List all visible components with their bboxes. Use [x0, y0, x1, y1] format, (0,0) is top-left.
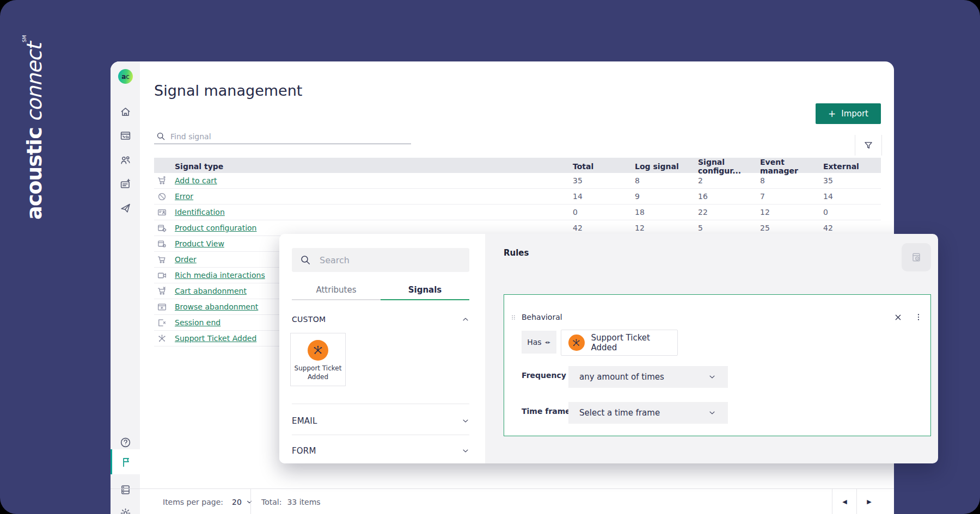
media-icon — [157, 271, 167, 280]
items-per-page-label: Items per page: — [163, 498, 223, 506]
time-frame-select[interactable]: Select a time frame — [568, 402, 728, 424]
app-avatar[interactable]: ac — [118, 69, 133, 84]
frequency-select[interactable]: any amount of times — [568, 366, 728, 388]
section-form-label: FORM — [292, 446, 316, 456]
cell-value: 8 — [760, 176, 823, 185]
overflow-menu-icon[interactable] — [914, 313, 923, 321]
rail-item-audiences[interactable] — [111, 148, 140, 172]
cell-value: 35 — [823, 176, 881, 185]
items-per-page-value: 20 — [232, 498, 242, 506]
home-icon — [120, 106, 131, 117]
import-button[interactable]: + Import — [816, 103, 881, 124]
section-email[interactable]: EMAIL — [292, 413, 469, 429]
signal-tile-label: Support Ticket Added — [293, 364, 343, 381]
help-icon — [120, 437, 131, 448]
cell-value: 14 — [823, 192, 881, 201]
cart-plus-icon — [157, 176, 167, 185]
signal-link[interactable]: Product configuration — [175, 224, 573, 232]
section-custom-label: CUSTOM — [292, 315, 326, 324]
rule-history-button[interactable] — [902, 243, 931, 271]
signal-chip-label: Support Ticket Added — [591, 333, 677, 352]
rail-item-home[interactable] — [111, 100, 140, 123]
browse-x-icon — [157, 302, 167, 312]
cart-x-icon — [157, 287, 167, 296]
filter-funnel-icon — [863, 140, 873, 150]
footer-divider — [250, 489, 251, 514]
page-title: Signal management — [154, 82, 302, 99]
send-icon — [120, 202, 131, 214]
cell-value: 16 — [698, 192, 760, 201]
cell-value: 7 — [760, 192, 823, 201]
rules-title: Rules — [504, 248, 529, 258]
id-card-icon — [157, 208, 167, 217]
rail-item-campaigns[interactable] — [111, 123, 140, 147]
search-icon — [300, 255, 311, 265]
signal-picker-panel: Attributes Signals CUSTOM Support Ticket… — [279, 234, 485, 463]
close-icon[interactable] — [894, 313, 902, 321]
total-label: Total: — [261, 498, 281, 506]
rail-item-signals-flag[interactable] — [111, 449, 140, 474]
cell-value: 2 — [698, 176, 760, 185]
cell-value: 5 — [698, 224, 760, 232]
chevron-down-icon — [462, 447, 469, 455]
swap-icon: ◂▸ — [545, 339, 551, 345]
cell-value: 0 — [573, 208, 635, 216]
filter-button[interactable] — [855, 135, 882, 156]
frequency-label: Frequency — [522, 371, 566, 380]
drag-handle-icon[interactable] — [511, 313, 516, 321]
tab-signals[interactable]: Signals — [381, 284, 469, 300]
table-row: Error14916714 — [154, 189, 881, 205]
find-signal-input[interactable] — [169, 129, 378, 144]
signals-flag-icon — [120, 456, 132, 468]
network-icon — [157, 334, 167, 343]
audiences-icon — [120, 154, 131, 166]
signal-link[interactable]: Error — [175, 192, 573, 201]
chevron-down-icon — [462, 417, 469, 425]
find-signal-underline — [154, 144, 411, 144]
search-icon — [156, 132, 166, 141]
picker-divider — [292, 404, 469, 404]
plus-icon: + — [828, 108, 836, 119]
signal-link[interactable]: Identification — [175, 208, 573, 216]
total-value: 33 items — [287, 498, 320, 506]
rule-category-label: Behavioral — [522, 313, 562, 321]
table-row: Identification01822120 — [154, 205, 881, 220]
cell-value: 25 — [760, 224, 823, 232]
previous-page-button[interactable]: ◀ — [832, 489, 857, 514]
next-page-button[interactable]: ▶ — [856, 489, 881, 514]
rules-panel: Rules Behavioral Has ◂▸ Support Ticket A… — [485, 234, 938, 463]
tab-attributes[interactable]: Attributes — [292, 284, 381, 300]
picker-search-box — [292, 248, 469, 272]
signal-chip[interactable]: Support Ticket Added — [561, 330, 678, 356]
section-email-label: EMAIL — [292, 416, 317, 426]
rail-item-content[interactable] — [111, 172, 140, 196]
cell-value: 42 — [573, 224, 635, 232]
session-end-icon — [157, 318, 167, 327]
items-per-page-select[interactable]: 20 — [232, 498, 253, 506]
network-icon — [313, 345, 323, 356]
cell-value: 12 — [635, 224, 698, 232]
signal-link[interactable]: Add to cart — [175, 176, 573, 185]
cell-value: 12 — [760, 208, 823, 216]
brand-servicemark: SM — [22, 35, 27, 42]
clipboard-play-icon — [911, 252, 922, 263]
table-header: Signal type Total Log signal Signal conf… — [154, 158, 881, 173]
column-header-log-signal: Log signal — [635, 162, 698, 171]
column-header-external: External — [823, 162, 881, 171]
picker-divider — [292, 435, 469, 435]
section-form[interactable]: FORM — [292, 443, 469, 459]
picker-search-input[interactable] — [318, 255, 469, 266]
brand-word-connect: connect — [22, 44, 46, 122]
rail-item-send[interactable] — [111, 196, 140, 220]
operator-chip[interactable]: Has ◂▸ — [522, 331, 556, 354]
signal-tile-support-ticket-added[interactable]: Support Ticket Added — [290, 333, 346, 386]
rule-card-behavioral: Behavioral Has ◂▸ Support Ticket Added F… — [504, 294, 931, 436]
time-frame-label: Time frame — [522, 407, 571, 416]
chevron-down-icon — [246, 499, 253, 505]
campaigns-icon — [120, 130, 131, 141]
section-custom[interactable]: CUSTOM — [292, 312, 469, 327]
order-cart-icon — [157, 255, 167, 264]
operator-label: Has — [527, 338, 541, 346]
cell-value: 14 — [573, 192, 635, 201]
import-button-label: Import — [841, 109, 868, 119]
